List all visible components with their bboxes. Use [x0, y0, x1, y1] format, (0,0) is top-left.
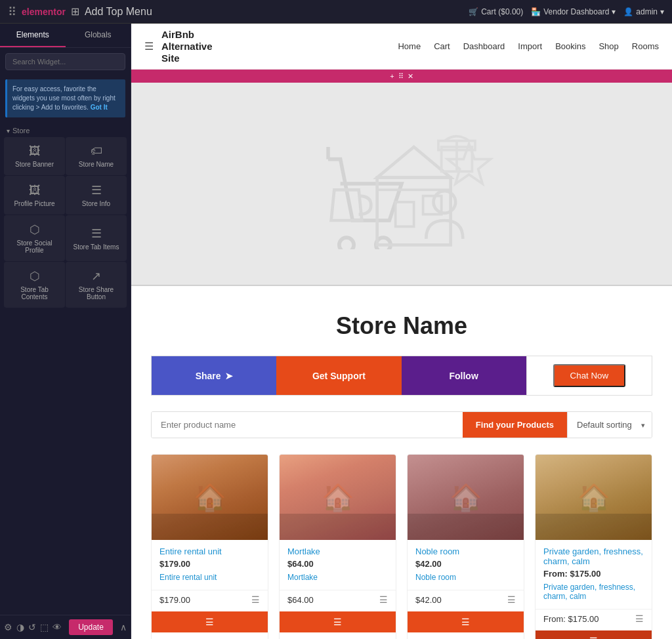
update-button[interactable]: Update	[69, 619, 113, 635]
tab-globals[interactable]: Globals	[66, 24, 131, 47]
grid-icon[interactable]: ⊞	[71, 5, 79, 18]
product-search-input[interactable]	[152, 412, 463, 438]
cart-icon: 🛒	[469, 7, 478, 16]
product-title[interactable]: Private garden, freshness, charm, calm	[543, 546, 644, 566]
product-title[interactable]: Entire rental unit	[159, 546, 260, 556]
settings-icon[interactable]: ⚙	[4, 622, 12, 632]
footer-price: From: $175.00	[543, 614, 599, 624]
search-row: Find your Products Default sorting	[151, 411, 652, 438]
svg-rect-5	[396, 202, 414, 226]
get-support-button[interactable]: Get Support	[276, 356, 401, 395]
nav-bookings[interactable]: Bookins	[555, 41, 585, 51]
product-image-2	[280, 455, 396, 540]
store-section-title: Store	[0, 121, 131, 137]
product-action-bar[interactable]: ☰	[152, 611, 268, 632]
preview-icon[interactable]: 👁	[52, 622, 62, 632]
widget-store-banner[interactable]: 🖼 Store Banner	[4, 137, 65, 175]
responsive-icon[interactable]: ⬚	[40, 622, 49, 632]
profile-picture-icon: 🖼	[29, 184, 41, 197]
nav-home[interactable]: Home	[398, 41, 421, 51]
menu-dots-icon[interactable]: ⠿	[8, 5, 16, 19]
product-action-bar[interactable]: ☰	[536, 630, 652, 639]
store-banner	[131, 83, 672, 286]
layers-icon[interactable]: ◑	[16, 622, 24, 632]
vendor-dashboard-button[interactable]: 🏪 Vendor Dashboard ▾	[531, 7, 616, 16]
chat-now-button[interactable]: Chat Now	[553, 364, 626, 387]
widget-store-tab-contents[interactable]: ⬡ Store Tab Contents	[4, 262, 65, 308]
widget-store-social[interactable]: ⬡ Store Social Profile	[4, 215, 65, 261]
nav-rooms[interactable]: Rooms	[632, 41, 659, 51]
cart-button[interactable]: 🛒 Cart ($0.00)	[469, 7, 523, 16]
site-nav: Home Cart Dashboard Import Bookins Shop …	[398, 41, 659, 51]
product-card[interactable]: Mortlake $64.00 Mortlake $64.00 ☰ ☰	[279, 454, 396, 639]
add-to-cart-icon[interactable]: ☰	[251, 594, 260, 605]
follow-button[interactable]: Follow	[402, 356, 526, 395]
product-footer: $64.00 ☰	[280, 590, 396, 611]
widget-store-name[interactable]: 🏷 Store Name	[66, 137, 127, 175]
product-title[interactable]: Mortlake	[287, 546, 388, 556]
site-logo: AirBnb Alternative Site	[161, 29, 213, 64]
widget-store-tab-items[interactable]: ☰ Store Tab Items	[66, 215, 127, 261]
hamburger-icon[interactable]: ☰	[144, 40, 154, 52]
svg-marker-4	[377, 147, 451, 178]
canvas-area: Store Name Share ➤ Get Support Follow Ch…	[131, 83, 672, 639]
widget-profile-picture[interactable]: 🖼 Profile Picture	[4, 176, 65, 215]
widget-store-share[interactable]: ↗ Store Share Button	[66, 262, 127, 308]
product-grid: Entire rental unit $179.00 Entire rental…	[151, 454, 652, 639]
content-area: ☰ AirBnb Alternative Site Home Cart Dash…	[131, 24, 672, 639]
nav-cart[interactable]: Cart	[434, 41, 450, 51]
product-card[interactable]: Private garden, freshness, charm, calm F…	[535, 454, 652, 639]
product-footer: From: $175.00 ☰	[536, 609, 652, 630]
product-action-bar[interactable]: ☰	[408, 611, 524, 632]
history-icon[interactable]: ↺	[28, 622, 36, 632]
product-category: Entire rental unit	[159, 573, 260, 582]
main-layout: Elements Globals For easy access, favori…	[0, 24, 672, 639]
menu-icon: ☰	[589, 636, 598, 639]
svg-point-0	[339, 237, 354, 249]
price-prefix: From:	[543, 569, 568, 579]
product-price: $179.00	[159, 559, 260, 569]
product-price: $64.00	[287, 559, 388, 569]
add-top-menu[interactable]: Add Top Menu	[85, 6, 152, 18]
nav-shop[interactable]: Shop	[598, 41, 618, 51]
store-info-icon: ☰	[91, 183, 102, 197]
add-to-cart-icon[interactable]: ☰	[379, 594, 388, 605]
add-to-cart-icon[interactable]: ☰	[507, 594, 516, 605]
price-value: $175.00	[570, 569, 600, 579]
store-social-icon: ⬡	[30, 222, 40, 237]
site-header: ☰ AirBnb Alternative Site Home Cart Dash…	[131, 24, 672, 70]
nav-dashboard[interactable]: Dashboard	[463, 41, 505, 51]
admin-button[interactable]: 👤 admin ▾	[623, 7, 664, 16]
drag-handle-icon[interactable]: ⠿	[398, 72, 404, 81]
footer-price: $179.00	[159, 595, 190, 605]
footer-price: $64.00	[287, 595, 314, 605]
expand-icon[interactable]: ∧	[120, 622, 127, 632]
menu-icon: ☰	[461, 617, 470, 627]
add-to-cart-icon[interactable]: ☰	[635, 613, 644, 624]
store-tab-contents-icon: ⬡	[30, 269, 40, 283]
product-card[interactable]: Entire rental unit $179.00 Entire rental…	[151, 454, 268, 639]
product-footer: $179.00 ☰	[152, 590, 268, 611]
tip-box: For easy access, favorite the widgets yo…	[5, 79, 125, 117]
tab-elements[interactable]: Elements	[0, 24, 66, 47]
search-input[interactable]	[5, 53, 125, 70]
product-title[interactable]: Noble room	[415, 546, 516, 556]
chevron-down-icon: ▾	[660, 7, 664, 16]
section-handle: + ⠿ ✕	[131, 70, 672, 83]
product-category: Noble room	[415, 573, 516, 582]
close-section-icon[interactable]: ✕	[408, 72, 413, 81]
got-it-link[interactable]: Got It	[91, 104, 108, 111]
share-button[interactable]: Share ➤	[152, 356, 276, 395]
add-section-icon[interactable]: +	[390, 72, 394, 80]
chat-now-area: Chat Now	[526, 356, 652, 395]
product-card[interactable]: Noble room $42.00 Noble room $42.00 ☰ ☰	[407, 454, 524, 639]
sort-select[interactable]: Default sorting	[567, 412, 652, 438]
logo-area: ☰ AirBnb Alternative Site	[144, 29, 213, 64]
widget-store-info[interactable]: ☰ Store Info	[66, 176, 127, 215]
find-products-button[interactable]: Find your Products	[463, 412, 567, 438]
footer-price: $42.00	[415, 595, 442, 605]
product-action-bar[interactable]: ☰	[280, 611, 396, 632]
store-placeholder	[310, 118, 494, 249]
top-bar: ⠿ elementor ⊞ Add Top Menu 🛒 Cart ($0.00…	[0, 0, 672, 24]
nav-import[interactable]: Import	[518, 41, 542, 51]
